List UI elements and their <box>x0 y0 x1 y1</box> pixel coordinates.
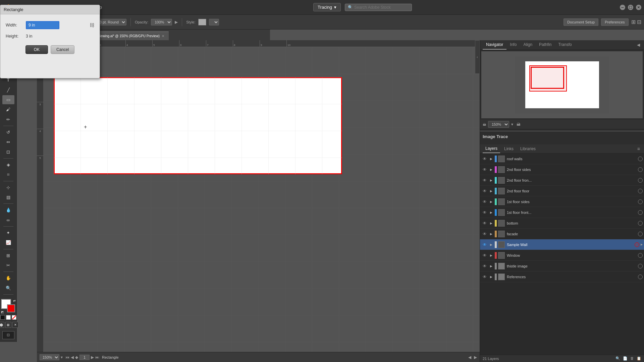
layer-vis-2nd-floor-floor[interactable]: 👁 <box>481 188 488 194</box>
layer-add-icon[interactable]: 📄 <box>623 356 628 361</box>
layer-row-1st-floor-front[interactable]: 👁 ▶ 1st floor front... <box>480 207 644 218</box>
dialog-ok-button[interactable]: OK <box>25 45 48 54</box>
layer-vis-1st-floor-sides[interactable]: 👁 <box>481 198 488 205</box>
search-input[interactable] <box>354 5 405 10</box>
layer-target-1st-floor-front[interactable] <box>638 210 643 215</box>
rectangle-tool-button[interactable]: ▭ <box>2 95 14 104</box>
layer-expand-bottom[interactable]: ▶ <box>489 221 493 226</box>
tab-navigator[interactable]: Navigator <box>483 40 506 50</box>
layer-vis-window[interactable]: 👁 <box>481 252 488 259</box>
swap-colors-icon[interactable]: ⇄ <box>13 299 16 302</box>
link-proportions-icon[interactable]: ⛓ <box>90 22 94 28</box>
dialog-cancel-button[interactable]: Cancel <box>51 45 74 54</box>
libraries-tab[interactable]: Libraries <box>518 145 538 153</box>
layer-target-window[interactable] <box>638 253 643 258</box>
layer-vis-1st-floor-front[interactable]: 👁 <box>481 209 488 216</box>
layer-vis-2nd-floor-sides[interactable]: 👁 <box>481 166 488 173</box>
layer-expand-thistle-image[interactable]: ▶ <box>489 264 493 268</box>
layer-row-2nd-floor-front[interactable]: 👁 ▶ 2nd floor fron... <box>480 175 644 186</box>
opacity-select[interactable]: 100% <box>151 19 172 25</box>
layer-target-2nd-floor-sides[interactable] <box>638 167 643 172</box>
layer-expand-2nd-floor-floor[interactable]: ▶ <box>489 189 493 193</box>
layer-target-thistle-image[interactable] <box>638 264 643 268</box>
layer-expand-1st-floor-front[interactable]: ▶ <box>489 210 493 215</box>
layer-vis-sample-wall[interactable]: 👁 <box>481 241 488 248</box>
layer-row-2nd-floor-sides[interactable]: 👁 ▶ 2nd floor sides <box>480 164 644 175</box>
tracing-button[interactable]: Tracing ▾ <box>313 3 341 11</box>
stroke-color[interactable] <box>7 304 15 312</box>
width-input[interactable] <box>26 21 59 29</box>
free-transform-button[interactable]: ⊡ <box>2 147 14 157</box>
document-setup-button[interactable]: Document Setup <box>564 18 598 26</box>
layer-row-references[interactable]: 👁 ▶ References <box>480 272 644 282</box>
minimize-button[interactable]: – <box>620 5 625 10</box>
eyedropper-button[interactable]: 💧 <box>2 205 14 215</box>
image-trace-title[interactable]: Image Trace <box>483 134 641 139</box>
layer-row-roof-walls[interactable]: 👁 ▶ roof walls <box>480 154 644 164</box>
gradient-mode-button[interactable]: ▦ <box>5 322 11 328</box>
layer-expand-sample-wall[interactable]: ▶ <box>489 242 493 247</box>
layer-row-2nd-floor-floor[interactable]: 👁 ▶ 2nd floor floor <box>480 186 644 196</box>
layer-vis-thistle-image[interactable]: 👁 <box>481 263 488 269</box>
style-select[interactable] <box>209 19 219 25</box>
screen-mode-button[interactable]: ⊡ <box>2 331 14 339</box>
layer-row-sample-wall[interactable]: 👁 ▶ Sample Wall ▶ <box>480 239 644 250</box>
layer-target-sample-wall[interactable] <box>635 242 639 247</box>
zoom-tool-button[interactable]: 🔍 <box>2 284 14 293</box>
layer-row-window[interactable]: 👁 ▶ Window <box>480 250 644 261</box>
tab-close-main[interactable]: ✕ <box>162 34 164 38</box>
layer-target-references[interactable] <box>638 275 643 279</box>
layer-target-2nd-floor-floor[interactable] <box>638 189 643 193</box>
layer-delete-icon[interactable]: 🗑 <box>630 356 634 361</box>
nav-next-icon[interactable]: ▶ <box>91 355 94 360</box>
graph-tool-button[interactable]: 📈 <box>2 238 14 247</box>
layer-target-2nd-floor-front[interactable] <box>638 178 643 183</box>
preferences-button[interactable]: Preferences <box>601 18 628 26</box>
navigator-zoom-select[interactable]: 150% <box>488 121 509 128</box>
width-tool-button[interactable]: ⇔ <box>2 137 14 146</box>
blend-tool-button[interactable]: ∞ <box>2 216 14 225</box>
default-colors-icon[interactable]: ◩ <box>1 310 4 314</box>
layer-expand-2nd-floor-front[interactable]: ▶ <box>489 178 493 183</box>
layer-target-facade[interactable] <box>638 232 643 236</box>
nav-last-icon[interactable]: ⏭ <box>95 355 99 360</box>
color-mode-button[interactable]: ⬤ <box>0 322 4 328</box>
shape-builder-button[interactable]: ◈ <box>2 160 14 169</box>
layer-expand-roof-walls[interactable]: ▶ <box>489 157 493 161</box>
layer-search-icon[interactable]: 🔍 <box>615 356 620 361</box>
layer-row-thistle-image[interactable]: 👁 ▶ thistle image <box>480 261 644 272</box>
mesh-tool-button[interactable]: ⊹ <box>2 183 14 192</box>
layers-panel-options-icon[interactable]: ≡ <box>636 145 641 153</box>
nav-prev-icon[interactable]: ◀ <box>71 355 74 360</box>
canvas-content[interactable]: + <box>44 47 480 352</box>
page-number-input[interactable] <box>79 355 90 360</box>
hand-tool-button[interactable]: ✋ <box>2 274 14 283</box>
layer-vis-roof-walls[interactable]: 👁 <box>481 156 488 162</box>
black-swatch[interactable] <box>0 315 5 320</box>
tab-transform[interactable]: Transfo <box>555 40 575 50</box>
none-swatch[interactable] <box>12 315 16 320</box>
tab-pathfinder[interactable]: Pathfin <box>536 40 555 50</box>
gradient-tool-button[interactable]: ▤ <box>2 193 14 202</box>
layer-row-1st-floor-sides[interactable]: 👁 ▶ 1st floor sides <box>480 196 644 207</box>
close-button[interactable]: × <box>636 5 641 10</box>
layer-vis-2nd-floor-front[interactable]: 👁 <box>481 177 488 184</box>
none-mode-button[interactable]: ✕ <box>12 322 18 328</box>
layer-move-icon[interactable]: 📋 <box>637 356 641 361</box>
layers-tab[interactable]: Layers <box>483 144 500 153</box>
stroke-style-select[interactable]: 3 pt. Round <box>96 19 126 25</box>
zoom-select[interactable]: 150% <box>40 354 59 360</box>
links-tab[interactable]: Links <box>501 145 516 153</box>
layer-expand-2nd-floor-sides[interactable]: ▶ <box>489 167 493 172</box>
nav-first-icon[interactable]: ⏮ <box>65 355 69 360</box>
paintbrush-tool-button[interactable]: 🖌 <box>2 105 14 114</box>
perspective-button[interactable]: ⌗ <box>2 170 14 179</box>
pencil-tool-button[interactable]: ✏ <box>2 115 14 124</box>
layer-vis-bottom[interactable]: 👁 <box>481 220 488 227</box>
line-tool-button[interactable]: ╱ <box>2 85 14 94</box>
status-scroll-right[interactable]: ▶ <box>474 355 477 360</box>
tab-align[interactable]: Align <box>520 40 536 50</box>
rotate-tool-button[interactable]: ↺ <box>2 128 14 137</box>
white-swatch[interactable] <box>6 315 11 320</box>
layer-row-facade[interactable]: 👁 ▶ facade <box>480 229 644 239</box>
